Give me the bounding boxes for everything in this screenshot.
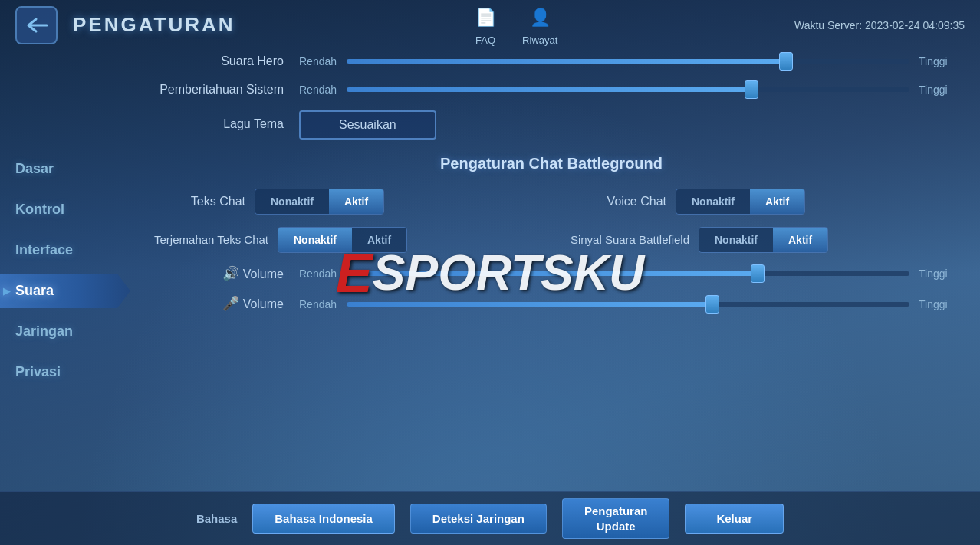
history-icon: 👤 — [526, 4, 554, 31]
pemberitahuan-low: Rendah — [299, 84, 337, 96]
terjemahan-active-btn[interactable]: Aktif — [352, 228, 406, 252]
sidebar-item-interface[interactable]: Interface — [0, 233, 130, 268]
keluar-button[interactable]: Keluar — [685, 504, 784, 534]
back-button[interactable] — [15, 6, 58, 44]
sinyal-label: Sinyal Suara Battlefield — [567, 233, 689, 246]
speaker-fill — [347, 271, 758, 276]
pemberitahuan-thumb[interactable] — [745, 80, 758, 99]
speaker-slider-group: Rendah Tinggi — [299, 268, 957, 280]
sinyal-setting: Sinyal Suara Battlefield Nonaktif Aktif — [567, 227, 957, 253]
teks-chat-setting: Teks Chat Nonaktif Aktif — [146, 189, 536, 215]
history-nav[interactable]: 👤 Riwayat — [522, 4, 557, 46]
server-time: Waktu Server: 2023-02-24 04:09:35 — [794, 19, 965, 31]
speaker-high: Tinggi — [919, 268, 957, 280]
speaker-volume-row: Volume Rendah Tinggi — [146, 265, 957, 283]
terjemahan-row: Terjemahan Teks Chat Nonaktif Aktif Siny… — [146, 227, 957, 253]
speaker-volume-label: Volume — [146, 265, 284, 283]
mic-track[interactable] — [347, 302, 909, 307]
sesuaikan-button[interactable]: Sesuaikan — [299, 110, 436, 140]
pemberitahuan-label: Pemberitahuan Sistem — [146, 82, 284, 98]
sidebar-item-dasar[interactable]: Dasar — [0, 152, 130, 186]
speaker-low: Rendah — [299, 268, 337, 280]
suara-hero-fill — [347, 59, 786, 64]
sidebar: Dasar Kontrol Interface Suara Jaringan P… — [0, 50, 130, 491]
suara-hero-row: Suara Hero Rendah Tinggi — [146, 54, 957, 70]
voice-chat-toggle: Nonaktif Aktif — [676, 189, 805, 215]
bahasa-indonesia-button[interactable]: Bahasa Indonesia — [252, 504, 395, 534]
mic-slider-group: Rendah Tinggi — [299, 298, 957, 310]
history-label: Riwayat — [522, 34, 557, 46]
teks-chat-label: Teks Chat — [146, 195, 245, 208]
voice-chat-active-btn[interactable]: Aktif — [750, 189, 804, 214]
faq-label: FAQ — [475, 34, 495, 46]
mic-fill — [347, 302, 712, 307]
top-bar: PENGATURAN 📄 FAQ 👤 Riwayat Waktu Server:… — [0, 0, 980, 50]
pemberitahuan-fill — [347, 87, 751, 92]
teks-chat-toggle: Nonaktif Aktif — [255, 189, 384, 215]
top-nav: 📄 FAQ 👤 Riwayat — [472, 4, 557, 46]
sidebar-item-suara[interactable]: Suara — [0, 274, 130, 308]
speaker-icon — [222, 268, 239, 281]
page-title: PENGATURAN — [73, 13, 235, 37]
teks-chat-active-btn[interactable]: Aktif — [329, 189, 383, 214]
mic-thumb[interactable] — [705, 295, 719, 314]
speaker-thumb[interactable] — [751, 264, 765, 283]
voice-chat-inactive-btn[interactable]: Nonaktif — [676, 189, 750, 214]
speaker-track[interactable] — [347, 271, 909, 276]
faq-nav[interactable]: 📄 FAQ — [472, 4, 499, 46]
pemberitahuan-row: Pemberitahuan Sistem Rendah Tinggi — [146, 82, 957, 98]
pengaturan-update-button[interactable]: Pengaturan Update — [562, 498, 670, 539]
teks-chat-inactive-btn[interactable]: Nonaktif — [255, 189, 329, 214]
mic-volume-label: Volume — [146, 295, 284, 313]
sinyal-toggle: Nonaktif Aktif — [699, 227, 828, 253]
faq-icon: 📄 — [472, 4, 499, 31]
pemberitahuan-high: Tinggi — [919, 84, 957, 96]
voice-chat-setting: Voice Chat Nonaktif Aktif — [567, 189, 957, 215]
mic-high: Tinggi — [919, 298, 957, 310]
pemberitahuan-track[interactable] — [347, 87, 909, 92]
bottom-bar: Bahasa Bahasa Indonesia Deteksi Jaringan… — [0, 491, 980, 545]
mic-low: Rendah — [299, 298, 337, 310]
chat-row: Teks Chat Nonaktif Aktif Voice Chat Nona… — [146, 189, 957, 215]
pemberitahuan-slider-group: Rendah Tinggi — [299, 84, 957, 96]
section-title: Pengaturan Chat Battleground — [146, 152, 957, 176]
suara-hero-thumb[interactable] — [779, 52, 793, 71]
mic-icon — [222, 297, 239, 310]
bahasa-label: Bahasa — [196, 512, 237, 525]
suara-hero-slider-group: Rendah Tinggi — [299, 55, 957, 67]
suara-hero-label: Suara Hero — [146, 54, 284, 70]
voice-chat-label: Voice Chat — [567, 195, 666, 208]
sidebar-item-privasi[interactable]: Privasi — [0, 355, 130, 389]
top-left: PENGATURAN — [15, 6, 235, 44]
suara-hero-high: Tinggi — [919, 55, 957, 67]
terjemahan-setting: Terjemahan Teks Chat Nonaktif Aktif — [146, 227, 536, 253]
terjemahan-toggle: Nonaktif Aktif — [278, 227, 407, 253]
deteksi-jaringan-button[interactable]: Deteksi Jaringan — [410, 504, 547, 534]
main-layout: Dasar Kontrol Interface Suara Jaringan P… — [0, 50, 980, 491]
terjemahan-label: Terjemahan Teks Chat — [146, 233, 268, 246]
lagu-tema-label: Lagu Tema — [146, 117, 284, 133]
sinyal-inactive-btn[interactable]: Nonaktif — [699, 228, 773, 252]
terjemahan-inactive-btn[interactable]: Nonaktif — [278, 228, 352, 252]
lagu-tema-row: Lagu Tema Sesuaikan — [146, 110, 957, 140]
mic-volume-row: Volume Rendah Tinggi — [146, 295, 957, 313]
sidebar-item-jaringan[interactable]: Jaringan — [0, 314, 130, 349]
sidebar-item-kontrol[interactable]: Kontrol — [0, 192, 130, 227]
suara-hero-low: Rendah — [299, 55, 337, 67]
sinyal-active-btn[interactable]: Aktif — [773, 228, 827, 252]
content-area: Suara Hero Rendah Tinggi Pemberitahuan S… — [130, 50, 980, 491]
suara-hero-track[interactable] — [347, 59, 909, 64]
